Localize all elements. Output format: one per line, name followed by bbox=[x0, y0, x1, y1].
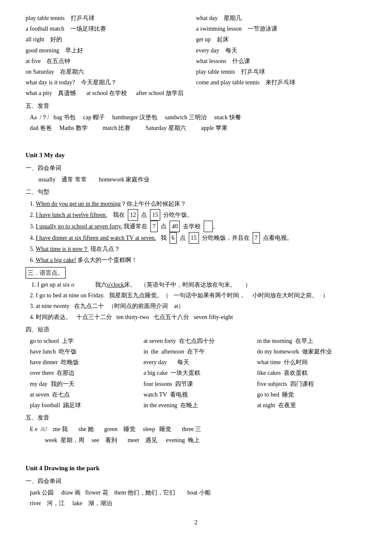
phrase-item: in the morning 在早上 bbox=[257, 336, 366, 346]
phrase-col-1: go to school 上学 have lunch 吃午饭 have dinn… bbox=[30, 336, 139, 411]
phrase-item: four lessons 四节课 bbox=[144, 379, 253, 389]
unit3-vocab: usually 通常 常常 homework 家庭作业 bbox=[38, 174, 366, 185]
sentence-5: 5. What time is it now？ 现在几点？ bbox=[30, 244, 366, 254]
unit3-phonics-row1: E e /i:/ me 我 she 她 green 睡觉 sleep 睡觉 th… bbox=[30, 424, 366, 434]
phonics-label-1: 五、发音 bbox=[26, 101, 366, 111]
lang-point-4: 4. 时间的表达。 十点三十二分 ten thirty-two 七点五十八分 s… bbox=[30, 312, 366, 322]
lang-point-3: 3. at nine twenty 在九点二十 （时间点的前面用介词 at） bbox=[30, 301, 366, 311]
sentence-3: 3. I usually go to school at seven forty… bbox=[30, 221, 366, 232]
phrase-item: at seven 在七点 bbox=[30, 389, 139, 400]
vocab-item: a swimming lesson 一节游泳课 bbox=[196, 23, 366, 34]
vocab-item: what day is it today? 今天星期几？ bbox=[26, 77, 192, 88]
unit4-vocab-label: 一、四会单词 bbox=[26, 476, 366, 486]
page-number: 2 bbox=[26, 517, 366, 528]
phonics-section-1: 五、发音 Aa /？/ bag 书包 cap 帽子 hamburger 汉堡包 … bbox=[26, 101, 366, 134]
phrase-item: my day 我的一天 bbox=[30, 379, 139, 389]
sentence-4: 4. I have dinner at six fifteen and watc… bbox=[30, 232, 366, 244]
vocab-item: on Saturday 在星期六 bbox=[26, 66, 192, 77]
phonics-row1: Aa /？/ bag 书包 cap 帽子 hamburger 汉堡包 sandw… bbox=[30, 112, 366, 123]
unit4-section: Unit 4 Drawing in the park 一、四会单词 park 公… bbox=[26, 463, 366, 509]
phrase-item: go to school 上学 bbox=[30, 336, 139, 346]
vocab-item: play table tennis 打乒乓球 bbox=[196, 66, 366, 77]
sentence-2: 2. I have lunch at twelve fifteen. 我在 12… bbox=[30, 209, 366, 221]
vocab-item: all right 好的 bbox=[26, 34, 192, 45]
phrase-item: have dinner 吃晚饭 bbox=[30, 357, 139, 368]
phrase-item: over there 在那边 bbox=[30, 368, 139, 378]
phrase-item: what time 什么时间 bbox=[257, 357, 366, 368]
phrase-item: in the evening 在晚上 bbox=[144, 400, 253, 411]
unit4-vocab-row1: park 公园 draw 画 flower 花 them 他们，她们，它们 bo… bbox=[30, 487, 366, 498]
phrase-item: five subjects 四门课程 bbox=[257, 379, 366, 389]
vocab-item: every day 每天 bbox=[196, 45, 366, 56]
phrase-item: go to bed 睡觉 bbox=[257, 389, 366, 400]
phrase-item: like cakes 喜欢蛋糕 bbox=[257, 368, 366, 378]
unit3-phonics-label: 五、发音 bbox=[26, 412, 366, 423]
lang-point-1: 1. I get up at six o 我六o'clock床。 （英语句子中，… bbox=[30, 279, 366, 290]
vocab-item: get up 起床 bbox=[196, 34, 366, 45]
lang-point-2: 2. I go to bed at nine on Friday. 我星期五九点… bbox=[30, 290, 366, 301]
phrase-item: have lunch 吃午饭 bbox=[30, 346, 139, 357]
vocab-item: good morning 早上好 bbox=[26, 45, 192, 56]
unit4-vocab-row2: river 河，江 lake 湖，湖泊 bbox=[30, 498, 366, 509]
sentence-6: 6. What a big cake! 多么大的一个蛋糕啊！ bbox=[30, 255, 366, 265]
vocab-item: play table tennis 打乒乓球 bbox=[26, 13, 192, 23]
phrase-item: at seven forty 在七点四十分 bbox=[144, 336, 253, 346]
top-vocab-section: play table tennis 打乒乓球 a football match … bbox=[26, 13, 366, 99]
unit3-vocab-label: 一、四会单词 bbox=[26, 163, 366, 173]
phrase-col-2: at seven forty 在七点四十分 in the afternoon 在… bbox=[144, 336, 253, 411]
unit3-sentence-label: 二、句型 bbox=[26, 187, 366, 197]
vocab-item: what lessons 什么课 bbox=[196, 56, 366, 66]
vocab-item: what a pity 真遗憾 at school 在学校 after scho… bbox=[26, 88, 192, 98]
phrase-item: do my homework 做家庭作业 bbox=[257, 346, 366, 357]
unit4-title: Unit 4 Drawing in the park bbox=[26, 463, 366, 474]
vocab-item: a football match 一场足球比赛 bbox=[26, 23, 192, 34]
sentence-1: 1. When do you get up in the morning？你上午… bbox=[30, 198, 366, 209]
phrase-col-3: in the morning 在早上 do my homework 做家庭作业 … bbox=[257, 336, 366, 411]
unit3-phonics-row2: week 星期，周 see 看到 meet 遇见 evening 晚上 bbox=[30, 435, 366, 446]
phrase-item: watch TV 看电视 bbox=[144, 389, 253, 400]
lang-label: 三．语言点。 bbox=[26, 267, 66, 279]
vocab-item: what day 星期几 bbox=[196, 13, 366, 23]
phonics-row2: dad 爸爸 Maths 数学 match 比赛 Saturday 星期六 ap… bbox=[30, 123, 366, 133]
vocab-item: come and play table tennis 来打乒乓球 bbox=[196, 77, 366, 88]
phrase-label: 四、短语 bbox=[26, 324, 366, 335]
phrase-item: play football 踢足球 bbox=[30, 400, 139, 411]
unit3-section: Unit 3 My day 一、四会单词 usually 通常 常常 homew… bbox=[26, 150, 366, 446]
phrase-item: every day 每天 bbox=[144, 357, 253, 368]
vocab-item: at five 在五点钟 bbox=[26, 56, 192, 66]
phrase-grid: go to school 上学 have lunch 吃午饭 have dinn… bbox=[30, 336, 366, 411]
phrase-item: at night 在夜里 bbox=[257, 400, 366, 411]
unit3-title: Unit 3 My day bbox=[26, 150, 366, 161]
phrase-item: in the afternoon 在下午 bbox=[144, 346, 253, 357]
phrase-item: a big cake 一块大蛋糕 bbox=[144, 368, 253, 378]
